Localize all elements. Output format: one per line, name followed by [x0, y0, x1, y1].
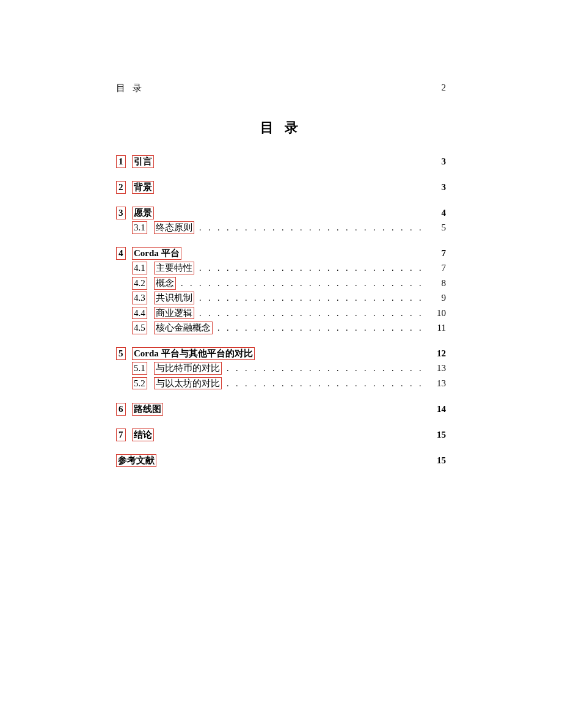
toc-subsection-row[interactable]: 4.1 主要特性 . . . . . . . . . . . . . . . .… — [116, 260, 446, 275]
toc-subsection-row[interactable]: 5.1 与比特币的对比 . . . . . . . . . . . . . . … — [116, 361, 446, 375]
toc-subsection-page: 13 — [426, 361, 446, 375]
toc-references: 参考文献 15 — [116, 453, 446, 468]
toc-section-row[interactable]: 1 引言 3 — [116, 154, 446, 169]
toc-subsection-row[interactable]: 4.5 核心金融概念 . . . . . . . . . . . . . . .… — [116, 320, 446, 335]
toc-subsection-label: 与比特币的对比 — [154, 362, 222, 375]
toc-section-page: 3 — [426, 180, 446, 194]
dot-leader: . . . . . . . . . . . . . . . . . . . . … — [176, 277, 426, 290]
toc-references-page: 15 — [426, 453, 446, 468]
toc-section-label: 结论 — [132, 428, 154, 441]
dot-leader: . . . . . . . . . . . . . . . . . . . . … — [194, 262, 426, 275]
toc-subsection-page: 10 — [426, 306, 446, 320]
toc-subsection-label: 与以太坊的对比 — [154, 377, 222, 390]
toc-section-row[interactable]: 2 背景 3 — [116, 180, 446, 194]
toc-subsection-label: 共识机制 — [154, 292, 194, 304]
toc-section-label: 愿景 — [132, 207, 154, 219]
toc-section: 2 背景 3 — [116, 180, 446, 194]
toc-section-label: Corda 平台 — [132, 247, 181, 260]
toc-subsection-page: 5 — [426, 220, 446, 235]
toc-section-page: 12 — [426, 346, 446, 361]
toc-subsection-row[interactable]: 4.4 商业逻辑 . . . . . . . . . . . . . . . .… — [116, 306, 446, 320]
dot-leader: . . . . . . . . . . . . . . . . . . . . … — [194, 292, 426, 305]
toc-subsection-page: 7 — [426, 260, 446, 275]
toc-references-label: 参考文献 — [116, 454, 156, 467]
toc-subsection-page: 11 — [426, 320, 446, 335]
page-content: 目 录 2 目 录 1 引言 3 2 背景 3 3 愿景 4 — [116, 83, 446, 468]
toc-section: 1 引言 3 — [116, 154, 446, 169]
toc-section-label: 背景 — [132, 181, 154, 194]
toc-subsection-number: 4.3 — [132, 292, 147, 304]
toc-section-page: 3 — [426, 154, 446, 169]
dot-leader: . . . . . . . . . . . . . . . . . . . . … — [213, 322, 426, 335]
dot-leader: . . . . . . . . . . . . . . . . . . . . … — [222, 377, 426, 391]
toc-subsection-label: 主要特性 — [154, 262, 194, 274]
toc-section-number: 6 — [116, 403, 126, 416]
toc-subsection-number: 5.2 — [132, 377, 147, 390]
toc-section-number: 2 — [116, 181, 126, 194]
toc-section-page: 4 — [426, 205, 446, 220]
toc-section-row[interactable]: 5 Corda 平台与其他平台的对比 12 — [116, 346, 446, 361]
dot-leader: . . . . . . . . . . . . . . . . . . . . … — [194, 307, 426, 320]
toc-subsection-label: 终态原则 — [154, 221, 194, 234]
toc-section: 7 结论 15 — [116, 427, 446, 442]
toc-section-page: 15 — [426, 427, 446, 442]
toc-subsection-number: 3.1 — [132, 221, 147, 234]
toc-section-page: 7 — [426, 246, 446, 260]
toc-subsection-page: 8 — [426, 276, 446, 290]
toc-section-row[interactable]: 7 结论 15 — [116, 427, 446, 442]
toc-subsection-number: 4.1 — [132, 262, 147, 274]
toc-section: 5 Corda 平台与其他平台的对比 12 5.1 与比特币的对比 . . . … — [116, 346, 446, 391]
toc-section-number: 5 — [116, 347, 126, 360]
toc-section-row[interactable]: 4 Corda 平台 7 — [116, 246, 446, 260]
toc-subsection-number: 5.1 — [132, 362, 147, 375]
toc-section-label: Corda 平台与其他平台的对比 — [132, 347, 255, 360]
dot-leader: . . . . . . . . . . . . . . . . . . . . … — [194, 221, 426, 235]
toc-section-label: 引言 — [132, 155, 154, 168]
toc-section: 3 愿景 4 3.1 终态原则 . . . . . . . . . . . . … — [116, 205, 446, 235]
running-header-page-number: 2 — [442, 83, 447, 94]
toc-subsection-row[interactable]: 5.2 与以太坊的对比 . . . . . . . . . . . . . . … — [116, 376, 446, 391]
toc-section-number: 4 — [116, 247, 126, 260]
toc-subsection-number: 4.4 — [132, 307, 147, 320]
toc-section-label: 路线图 — [132, 403, 163, 416]
toc-section-page: 14 — [426, 402, 446, 416]
toc-subsection-row[interactable]: 4.2 概念 . . . . . . . . . . . . . . . . .… — [116, 276, 446, 290]
toc-section: 4 Corda 平台 7 4.1 主要特性 . . . . . . . . . … — [116, 246, 446, 335]
toc-subsection-label: 核心金融概念 — [154, 322, 213, 334]
toc-title: 目 录 — [116, 119, 446, 137]
toc-subsection-number: 4.2 — [132, 277, 147, 290]
toc-list: 1 引言 3 2 背景 3 3 愿景 4 3.1 终态原则 . . . . — [116, 154, 446, 468]
toc-section-row[interactable]: 3 愿景 4 — [116, 205, 446, 220]
toc-subsection-page: 13 — [426, 376, 446, 391]
toc-subsection-row[interactable]: 3.1 终态原则 . . . . . . . . . . . . . . . .… — [116, 220, 446, 235]
toc-subsection-page: 9 — [426, 290, 446, 305]
dot-leader: . . . . . . . . . . . . . . . . . . . . … — [222, 362, 426, 375]
toc-subsection-number: 4.5 — [132, 322, 147, 334]
toc-section-number: 3 — [116, 207, 126, 219]
toc-subsection-label: 商业逻辑 — [154, 307, 194, 320]
toc-references-row[interactable]: 参考文献 15 — [116, 453, 446, 468]
running-header-label: 目 录 — [116, 83, 144, 94]
toc-section-number: 1 — [116, 155, 126, 168]
toc-section-number: 7 — [116, 428, 126, 441]
toc-subsection-row[interactable]: 4.3 共识机制 . . . . . . . . . . . . . . . .… — [116, 290, 446, 305]
toc-subsection-label: 概念 — [154, 277, 176, 290]
toc-section: 6 路线图 14 — [116, 402, 446, 416]
running-header: 目 录 2 — [116, 83, 446, 94]
toc-section-row[interactable]: 6 路线图 14 — [116, 402, 446, 416]
